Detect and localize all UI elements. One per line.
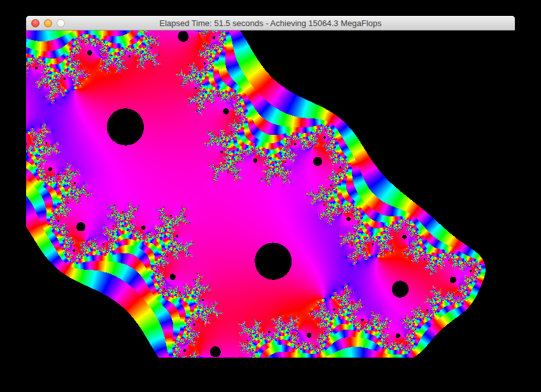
close-button[interactable] (31, 19, 39, 27)
window-titlebar[interactable]: Elapsed Time: 51.5 seconds - Achieving 1… (26, 16, 515, 31)
desktop: Elapsed Time: 51.5 seconds - Achieving 1… (0, 0, 541, 392)
window-controls (31, 16, 65, 30)
zoom-button[interactable] (57, 19, 65, 27)
fractal-canvas (26, 31, 515, 358)
benchmark-window: Elapsed Time: 51.5 seconds - Achieving 1… (26, 16, 515, 358)
minimize-button[interactable] (44, 19, 52, 27)
window-title: Elapsed Time: 51.5 seconds - Achieving 1… (26, 16, 515, 30)
